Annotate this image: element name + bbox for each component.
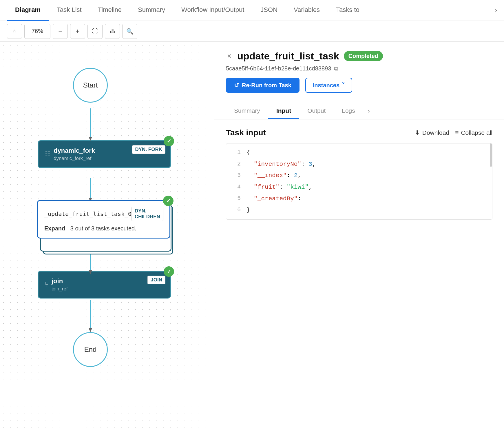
tab-timeline[interactable]: Timeline (90, 0, 130, 21)
panel-tabs-more[interactable]: › (363, 103, 375, 119)
children-node[interactable]: ✓ _update_fruit_list_task_0 DYN. CHILDRE… (37, 200, 170, 239)
diagram-canvas[interactable]: Start ✓ ☷ dynamic_fork dynamic_fork_ref … (0, 42, 214, 433)
children-success-badge: ✓ (163, 196, 174, 206)
end-node[interactable]: End (73, 332, 108, 367)
scroll-indicator (490, 143, 492, 167)
close-button[interactable]: × (226, 50, 233, 62)
fork-success-badge: ✓ (164, 136, 174, 146)
instances-button[interactable]: Instances ˅ (305, 78, 352, 93)
join-icon: ⑂ (45, 281, 49, 288)
code-line-6: 6 } (232, 204, 486, 216)
zoom-out-button[interactable]: − (53, 24, 68, 39)
task-input-title: Task input (226, 128, 266, 137)
tab-summary-panel[interactable]: Summary (226, 103, 268, 119)
code-line-2: 2 "inventoryNo": 3, (232, 159, 486, 170)
tab-tasks-to[interactable]: Tasks to (328, 0, 368, 21)
code-line-3: 3 "__index": 2, (232, 170, 486, 181)
children-node-name: _update_fruit_list_task_0 (44, 210, 132, 217)
zoom-out-icon: − (59, 28, 62, 35)
code-line-1: 1 { (232, 147, 486, 159)
tab-output-panel[interactable]: Output (299, 103, 334, 119)
panel-body: Task input ⬇ Download ≡ Collapse all (214, 119, 504, 433)
zoom-level: 76% (24, 24, 50, 39)
print-button[interactable]: 🖶 (105, 24, 120, 39)
fork-icon: ☷ (45, 150, 51, 158)
tab-diagram[interactable]: Diagram (7, 0, 49, 21)
download-icon: ⬇ (415, 129, 420, 136)
panel-title-row: × update_fruit_list_task Completed (226, 50, 492, 62)
status-badge: Completed (344, 51, 383, 61)
nav-more-chevron[interactable]: › (495, 7, 497, 14)
top-navigation: Diagram Task List Timeline Summary Workf… (0, 0, 504, 21)
fork-node[interactable]: ✓ ☷ dynamic_fork dynamic_fork_ref DYN. F… (38, 140, 171, 168)
panel-title: update_fruit_list_task (237, 50, 339, 62)
download-button[interactable]: ⬇ Download (415, 129, 449, 136)
zoom-in-icon: + (76, 28, 80, 35)
svg-marker-7 (89, 328, 92, 332)
tasks-info: 3 out of 3 tasks executed. (70, 225, 136, 232)
collapse-icon: ≡ (455, 129, 459, 136)
tab-logs-panel[interactable]: Logs (334, 103, 363, 119)
join-success-badge: ✓ (164, 266, 174, 277)
code-line-5: 5 "_createdBy": (232, 193, 486, 205)
task-input-actions: ⬇ Download ≡ Collapse all (415, 129, 492, 136)
panel-tabs: Summary Input Output Logs › (226, 103, 492, 119)
expand-label[interactable]: Expand (44, 225, 65, 232)
zoom-in-button[interactable]: + (70, 24, 85, 39)
collapse-button[interactable]: ≡ Collapse all (455, 129, 492, 136)
code-block: 1 { 2 "inventoryNo": 3, 3 " (226, 143, 492, 220)
main-content: Start ✓ ☷ dynamic_fork dynamic_fork_ref … (0, 42, 504, 433)
tab-variables[interactable]: Variables (286, 0, 328, 21)
children-node-tag: DYN. CHILDREN (132, 207, 163, 221)
tab-summary[interactable]: Summary (130, 0, 173, 21)
instances-chevron-icon: ˅ (342, 82, 345, 89)
task-input-header: Task input ⬇ Download ≡ Collapse all (226, 128, 492, 137)
print-icon: 🖶 (109, 28, 115, 34)
code-line-4: 4 "fruit": "kiwi", (232, 181, 486, 193)
tab-json[interactable]: JSON (252, 0, 286, 21)
home-icon: ⌂ (12, 28, 16, 35)
tab-workflow-io[interactable]: Workflow Input/Output (173, 0, 252, 21)
tab-task-list[interactable]: Task List (49, 0, 90, 21)
panel-uuid: 5caae5ff-6b64-11ef-b28e-de111cd83893 ⧉ (226, 65, 492, 72)
right-panel: × update_fruit_list_task Completed 5caae… (214, 42, 504, 433)
search-icon: 🔍 (126, 28, 134, 35)
diagram-toolbar: ⌂ 76% − + ⛶ 🖶 🔍 (0, 21, 504, 42)
home-button[interactable]: ⌂ (7, 24, 22, 39)
tab-input-panel[interactable]: Input (268, 103, 299, 119)
copy-uuid-button[interactable]: ⧉ (334, 65, 338, 72)
rerun-button[interactable]: ↺ Re-Run from Task (226, 78, 300, 93)
fit-icon: ⛶ (92, 28, 98, 34)
join-node[interactable]: ✓ ⑂ join join_ref JOIN (38, 271, 171, 299)
start-node[interactable]: Start (73, 68, 108, 103)
fit-button[interactable]: ⛶ (87, 24, 103, 39)
search-button[interactable]: 🔍 (122, 24, 137, 39)
panel-header: × update_fruit_list_task Completed 5caae… (214, 42, 504, 119)
rerun-icon: ↺ (234, 82, 239, 89)
